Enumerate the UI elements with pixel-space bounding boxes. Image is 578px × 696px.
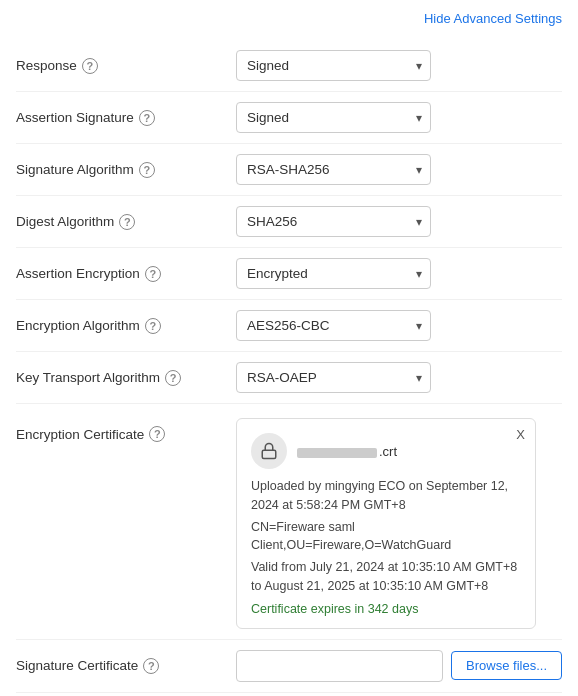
response-control: Signed Unsigned ▾	[236, 50, 562, 81]
response-row: Response ? Signed Unsigned ▾	[16, 40, 562, 92]
key-transport-algorithm-label: Key Transport Algorithm	[16, 370, 160, 385]
key-transport-algorithm-select-wrapper: RSA-OAEP RSA-v1.5 ▾	[236, 362, 431, 393]
cert-filename: .crt	[297, 443, 397, 459]
cert-uploaded-by: Uploaded by mingying ECO on September 12…	[251, 477, 521, 515]
signature-certificate-row: Signature Certificate ? Browse files...	[16, 640, 562, 693]
encryption-algorithm-select-wrapper: AES256-CBC AES128-CBC AES256-GCM AES128-…	[236, 310, 431, 341]
cert-close-button[interactable]: X	[516, 427, 525, 442]
assertion-encryption-row: Assertion Encryption ? Encrypted Unencry…	[16, 248, 562, 300]
signature-algorithm-select-wrapper: RSA-SHA256 RSA-SHA1 RSA-SHA384 RSA-SHA51…	[236, 154, 431, 185]
response-select[interactable]: Signed Unsigned	[236, 50, 431, 81]
response-label-col: Response ?	[16, 58, 236, 74]
encryption-certificate-label: Encryption Certificate	[16, 427, 144, 442]
encryption-certificate-row: Encryption Certificate ? X .crt	[16, 404, 562, 640]
key-transport-algorithm-control: RSA-OAEP RSA-v1.5 ▾	[236, 362, 562, 393]
hide-advanced-link[interactable]: Hide Advanced Settings	[424, 11, 562, 26]
digest-algorithm-row: Digest Algorithm ? SHA256 SHA1 SHA384 SH…	[16, 196, 562, 248]
assertion-encryption-select[interactable]: Encrypted Unencrypted	[236, 258, 431, 289]
encryption-certificate-control: X .crt Uploaded by ming	[236, 418, 562, 629]
assertion-encryption-help-icon[interactable]: ?	[145, 266, 161, 282]
svg-rect-0	[262, 450, 276, 458]
key-transport-algorithm-help-icon[interactable]: ?	[165, 370, 181, 386]
signature-certificate-help-icon[interactable]: ?	[143, 658, 159, 674]
cert-expires: Certificate expires in 342 days	[251, 602, 521, 616]
signature-algorithm-label: Signature Algorithm	[16, 162, 134, 177]
signature-certificate-label-col: Signature Certificate ?	[16, 658, 236, 674]
encryption-certificate-label-col: Encryption Certificate ?	[16, 418, 236, 442]
cert-header: .crt	[251, 433, 521, 469]
signature-certificate-input[interactable]	[236, 650, 443, 682]
digest-algorithm-select-wrapper: SHA256 SHA1 SHA384 SHA512 ▾	[236, 206, 431, 237]
assertion-signature-help-icon[interactable]: ?	[139, 110, 155, 126]
digest-algorithm-help-icon[interactable]: ?	[119, 214, 135, 230]
key-transport-algorithm-row: Key Transport Algorithm ? RSA-OAEP RSA-v…	[16, 352, 562, 404]
cert-card: X .crt Uploaded by ming	[236, 418, 536, 629]
key-transport-algorithm-label-col: Key Transport Algorithm ?	[16, 370, 236, 386]
digest-algorithm-control: SHA256 SHA1 SHA384 SHA512 ▾	[236, 206, 562, 237]
lock-icon-circle	[251, 433, 287, 469]
cert-filename-redacted	[297, 448, 377, 458]
assertion-signature-select-wrapper: Signed Unsigned ▾	[236, 102, 431, 133]
encryption-certificate-help-icon[interactable]: ?	[149, 426, 165, 442]
digest-algorithm-label-col: Digest Algorithm ?	[16, 214, 236, 230]
encryption-algorithm-select[interactable]: AES256-CBC AES128-CBC AES256-GCM AES128-…	[236, 310, 431, 341]
cert-valid: Valid from July 21, 2024 at 10:35:10 AM …	[251, 558, 521, 596]
assertion-signature-label: Assertion Signature	[16, 110, 134, 125]
response-help-icon[interactable]: ?	[82, 58, 98, 74]
assertion-signature-label-col: Assertion Signature ?	[16, 110, 236, 126]
encryption-algorithm-control: AES256-CBC AES128-CBC AES256-GCM AES128-…	[236, 310, 562, 341]
encryption-algorithm-label-col: Encryption Algorithm ?	[16, 318, 236, 334]
signature-certificate-label: Signature Certificate	[16, 658, 138, 673]
assertion-encryption-control: Encrypted Unencrypted ▾	[236, 258, 562, 289]
assertion-signature-row: Assertion Signature ? Signed Unsigned ▾	[16, 92, 562, 144]
cert-cn: CN=Fireware saml Client,OU=Fireware,O=Wa…	[251, 518, 521, 556]
signature-algorithm-help-icon[interactable]: ?	[139, 162, 155, 178]
digest-algorithm-select[interactable]: SHA256 SHA1 SHA384 SHA512	[236, 206, 431, 237]
signature-algorithm-row: Signature Algorithm ? RSA-SHA256 RSA-SHA…	[16, 144, 562, 196]
signature-certificate-control: Browse files...	[236, 650, 562, 682]
encryption-algorithm-help-icon[interactable]: ?	[145, 318, 161, 334]
assertion-encryption-label-col: Assertion Encryption ?	[16, 266, 236, 282]
assertion-signature-control: Signed Unsigned ▾	[236, 102, 562, 133]
signature-algorithm-control: RSA-SHA256 RSA-SHA1 RSA-SHA384 RSA-SHA51…	[236, 154, 562, 185]
digest-algorithm-label: Digest Algorithm	[16, 214, 114, 229]
response-label: Response	[16, 58, 77, 73]
encryption-algorithm-row: Encryption Algorithm ? AES256-CBC AES128…	[16, 300, 562, 352]
cert-filename-suffix: .crt	[379, 444, 397, 459]
lock-icon	[260, 442, 278, 460]
response-select-wrapper: Signed Unsigned ▾	[236, 50, 431, 81]
encryption-algorithm-label: Encryption Algorithm	[16, 318, 140, 333]
browse-row: Browse files...	[236, 650, 562, 682]
cert-info: Uploaded by mingying ECO on September 12…	[251, 477, 521, 596]
assertion-encryption-select-wrapper: Encrypted Unencrypted ▾	[236, 258, 431, 289]
enable-single-logout-row: Enable Single Logout ? Allow application…	[16, 693, 562, 697]
browse-files-button[interactable]: Browse files...	[451, 651, 562, 680]
hide-advanced-settings: Hide Advanced Settings	[16, 0, 562, 40]
signature-algorithm-label-col: Signature Algorithm ?	[16, 162, 236, 178]
assertion-signature-select[interactable]: Signed Unsigned	[236, 102, 431, 133]
signature-algorithm-select[interactable]: RSA-SHA256 RSA-SHA1 RSA-SHA384 RSA-SHA51…	[236, 154, 431, 185]
key-transport-algorithm-select[interactable]: RSA-OAEP RSA-v1.5	[236, 362, 431, 393]
assertion-encryption-label: Assertion Encryption	[16, 266, 140, 281]
